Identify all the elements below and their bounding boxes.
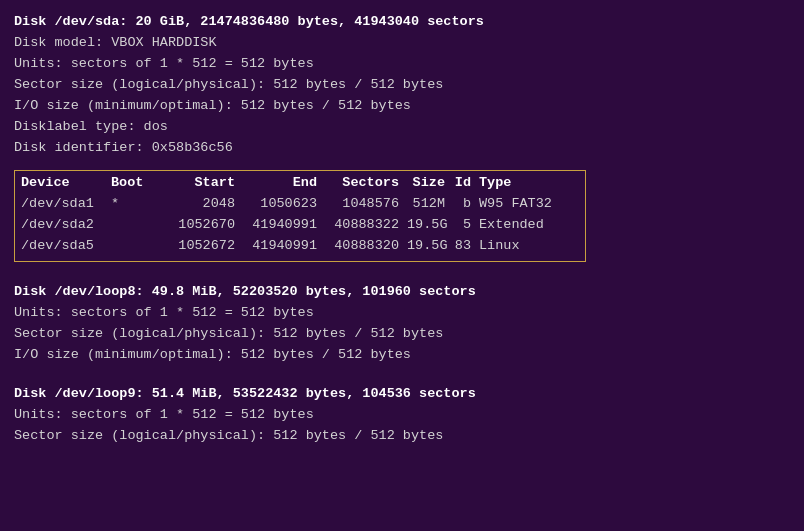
disk-sda-identifier: Disk identifier: 0x58b36c56 [14,138,790,159]
cell-id: b [453,194,479,215]
partition-table-header: Device Boot Start End Sectors Size Id Ty… [21,173,579,194]
header-size: Size [407,173,453,194]
header-id: Id [453,173,479,194]
disk-sda-section: Disk /dev/sda: 20 GiB, 21474836480 bytes… [14,12,790,264]
table-row: /dev/sda2 1052670 41940991 40888322 19.5… [21,215,579,236]
header-end: End [243,173,325,194]
cell-boot [111,215,161,236]
disk-loop9-title: Disk /dev/loop9: 51.4 MiB, 53522432 byte… [14,384,790,405]
disk-loop9-section: Disk /dev/loop9: 51.4 MiB, 53522432 byte… [14,384,790,447]
disk-sda-model: Disk model: VBOX HARDDISK [14,33,790,54]
cell-boot: * [111,194,161,215]
disk-loop9-units: Units: sectors of 1 * 512 = 512 bytes [14,405,790,426]
partition-rows: /dev/sda1 * 2048 1050623 1048576 512M b … [21,194,579,257]
header-device: Device [21,173,111,194]
disk-sda-io-size: I/O size (minimum/optimal): 512 bytes / … [14,96,790,117]
disk-loop8-units: Units: sectors of 1 * 512 = 512 bytes [14,303,790,324]
cell-end: 1050623 [243,194,325,215]
cell-size: 512M [407,194,453,215]
disk-sda-units: Units: sectors of 1 * 512 = 512 bytes [14,54,790,75]
cell-start: 2048 [161,194,243,215]
cell-start: 1052672 [161,236,243,257]
cell-type: Extended [479,215,579,236]
cell-id: 83 [453,236,479,257]
disk-sda-disklabel: Disklabel type: dos [14,117,790,138]
cell-sectors: 1048576 [325,194,407,215]
disk-sda-title: Disk /dev/sda: 20 GiB, 21474836480 bytes… [14,12,790,33]
cell-device: /dev/sda5 [21,236,111,257]
table-row: /dev/sda5 1052672 41940991 40888320 19.5… [21,236,579,257]
cell-start: 1052670 [161,215,243,236]
disk-loop9-sector-size: Sector size (logical/physical): 512 byte… [14,426,790,447]
cell-device: /dev/sda1 [21,194,111,215]
cell-id: 5 [453,215,479,236]
disk-loop8-sector-size: Sector size (logical/physical): 512 byte… [14,324,790,345]
header-boot: Boot [111,173,161,194]
cell-sectors: 40888320 [325,236,407,257]
cell-end: 41940991 [243,236,325,257]
cell-boot [111,236,161,257]
partition-table: Device Boot Start End Sectors Size Id Ty… [14,170,586,262]
cell-end: 41940991 [243,215,325,236]
cell-size: 19.5G [407,215,453,236]
table-row: /dev/sda1 * 2048 1050623 1048576 512M b … [21,194,579,215]
disk-loop8-io-size: I/O size (minimum/optimal): 512 bytes / … [14,345,790,366]
header-start: Start [161,173,243,194]
header-sectors: Sectors [325,173,407,194]
cell-type: Linux [479,236,579,257]
cell-size: 19.5G [407,236,453,257]
cell-sectors: 40888322 [325,215,407,236]
cell-device: /dev/sda2 [21,215,111,236]
disk-loop8-section: Disk /dev/loop8: 49.8 MiB, 52203520 byte… [14,282,790,366]
disk-loop8-title: Disk /dev/loop8: 49.8 MiB, 52203520 byte… [14,282,790,303]
disk-sda-sector-size: Sector size (logical/physical): 512 byte… [14,75,790,96]
cell-type: W95 FAT32 [479,194,579,215]
header-type: Type [479,173,579,194]
